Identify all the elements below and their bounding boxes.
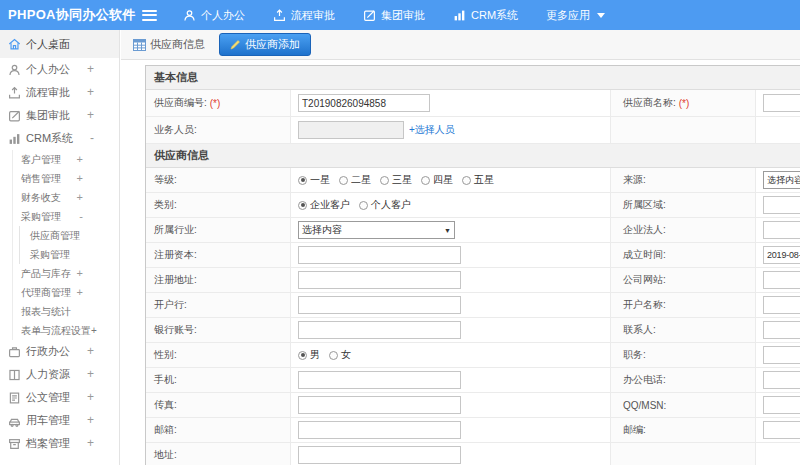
category-radio[interactable] bbox=[298, 201, 307, 210]
sidebar-item-vehicle-mgmt[interactable]: 用车管理+ bbox=[0, 409, 119, 432]
level-radio[interactable] bbox=[421, 176, 430, 185]
account-name-input[interactable] bbox=[763, 296, 800, 314]
briefcase-icon bbox=[8, 345, 21, 358]
email-input[interactable] bbox=[298, 421, 461, 439]
sidebar-item-finance[interactable]: 财务收支+ bbox=[13, 188, 119, 207]
radio-label: 五星 bbox=[474, 173, 494, 187]
form-row: 注册资本:成立时间: bbox=[146, 243, 800, 268]
radio-label: 一星 bbox=[310, 173, 330, 187]
field-label: 开户行: bbox=[154, 298, 187, 312]
sidebar-item-label: 档案管理 bbox=[26, 437, 70, 449]
mobile-input[interactable] bbox=[298, 371, 461, 389]
sidebar-item-personal-office[interactable]: 个人办公+ bbox=[0, 58, 119, 81]
field-label-cell-legal-person: 企业法人: bbox=[611, 218, 756, 242]
sidebar-item-sales-mgmt[interactable]: 销售管理+ bbox=[13, 169, 119, 188]
level-radio[interactable] bbox=[298, 176, 307, 185]
field-label-cell-account-name: 开户名称: bbox=[611, 293, 756, 317]
sidebar-item-hr[interactable]: 人力资源+ bbox=[0, 363, 119, 386]
caret-down-icon: ▼ bbox=[444, 227, 451, 234]
bank-account-input[interactable] bbox=[298, 321, 461, 339]
gender-radio[interactable] bbox=[298, 351, 307, 360]
industry-select[interactable]: 选择内容▼ bbox=[298, 221, 455, 239]
supplier-name-input[interactable] bbox=[763, 94, 800, 112]
field-label-cell-zip-code: 邮编: bbox=[611, 418, 756, 442]
gender-radio[interactable] bbox=[329, 351, 338, 360]
radio-label: 二星 bbox=[351, 173, 371, 187]
company-website-input[interactable] bbox=[763, 271, 800, 289]
field-cell-business-staff: +选择人员 bbox=[291, 117, 611, 143]
nav-item-more-apps[interactable]: 更多应用 bbox=[546, 8, 605, 23]
sidebar-item-agent-mgmt[interactable]: 代理商管理+ bbox=[13, 283, 119, 302]
submenu-crm: 客户管理+销售管理+财务收支+采购管理-供应商管理采购管理产品与库存+代理商管理… bbox=[12, 150, 119, 340]
zip-code-input[interactable] bbox=[763, 421, 800, 439]
registered-capital-input[interactable] bbox=[298, 246, 461, 264]
caret-down-icon bbox=[597, 13, 605, 18]
field-label-cell-gender: 性别: bbox=[146, 343, 291, 367]
nav-item-personal-office[interactable]: 个人办公 bbox=[183, 8, 245, 23]
source-select[interactable]: 选择内容▼ bbox=[763, 171, 800, 189]
supplier-code-input[interactable] bbox=[298, 94, 430, 112]
qq-msn-input[interactable] bbox=[763, 396, 800, 414]
nav-item-group-approval[interactable]: 集团审批 bbox=[363, 8, 425, 23]
nav-item-label: 个人办公 bbox=[201, 8, 245, 23]
tab-supplier-add[interactable]: 供应商添加 bbox=[219, 33, 311, 56]
business-staff-input[interactable] bbox=[298, 121, 404, 139]
radio-label: 男 bbox=[310, 348, 320, 362]
nav-item-crm[interactable]: CRM系统 bbox=[453, 8, 518, 23]
legal-person-input[interactable] bbox=[763, 221, 800, 239]
bank-input[interactable] bbox=[298, 296, 461, 314]
field-label-cell-company-website: 公司网站: bbox=[611, 268, 756, 292]
expand-indicator: + bbox=[87, 409, 94, 432]
sidebar-item-archive-mgmt[interactable]: 档案管理+ bbox=[0, 432, 119, 455]
sidebar-item-workflow-approval[interactable]: 流程审批+ bbox=[0, 81, 119, 104]
field-cell-supplier-name bbox=[756, 90, 800, 116]
position-input[interactable] bbox=[763, 346, 800, 364]
field-label-cell-email: 邮箱: bbox=[146, 418, 291, 442]
category-radio[interactable] bbox=[359, 201, 368, 210]
sidebar-item-admin-office[interactable]: 行政办公+ bbox=[0, 340, 119, 363]
sidebar-item-label: 表单与流程设置+ bbox=[21, 325, 97, 336]
sidebar-item-reports[interactable]: 报表与统计 bbox=[13, 302, 119, 321]
field-label: QQ/MSN: bbox=[623, 400, 666, 411]
field-label: 开户名称: bbox=[623, 298, 666, 312]
tab-supplier-info[interactable]: 供应商信息 bbox=[133, 37, 205, 52]
region-input[interactable] bbox=[763, 196, 800, 214]
sidebar-item-supplier-mgmt[interactable]: 供应商管理 bbox=[20, 226, 119, 245]
expand-indicator: + bbox=[77, 264, 83, 283]
sidebar-item-label: 用车管理 bbox=[26, 414, 70, 426]
sidebar-item-label: 集团审批 bbox=[26, 109, 70, 121]
nav-item-workflow-approval[interactable]: 流程审批 bbox=[273, 8, 335, 23]
sidebar-item-label: 销售管理 bbox=[21, 173, 61, 184]
archive-icon bbox=[8, 437, 21, 450]
sidebar-item-customer-mgmt[interactable]: 客户管理+ bbox=[13, 150, 119, 169]
pencil-icon bbox=[230, 39, 241, 50]
field-label: 所属行业: bbox=[154, 223, 197, 237]
select-staff-link[interactable]: +选择人员 bbox=[409, 123, 455, 137]
sidebar-item-purchase-mgmt[interactable]: 采购管理- bbox=[13, 207, 119, 226]
sidebar-item-form-workflow-settings[interactable]: 表单与流程设置+ bbox=[13, 321, 119, 340]
sidebar-item-doc-mgmt[interactable]: 公文管理+ bbox=[0, 386, 119, 409]
founding-date-input[interactable] bbox=[763, 246, 800, 264]
field-cell-registered-address bbox=[291, 268, 611, 292]
level-radio[interactable] bbox=[380, 176, 389, 185]
submenu-purchase-mgmt: 供应商管理采购管理 bbox=[19, 226, 119, 264]
contact-person-input[interactable] bbox=[763, 321, 800, 339]
sidebar-item-crm[interactable]: CRM系统- bbox=[0, 127, 119, 150]
field-cell-office-phone bbox=[756, 368, 800, 392]
field-cell-gender: 男女 bbox=[291, 343, 611, 367]
category-radio-group: 企业客户个人客户 bbox=[298, 198, 420, 212]
address-input[interactable] bbox=[298, 446, 461, 464]
expand-indicator: + bbox=[87, 340, 94, 363]
level-radio[interactable] bbox=[339, 176, 348, 185]
office-phone-input[interactable] bbox=[763, 371, 800, 389]
sidebar-item-group-approval[interactable]: 集团审批+ bbox=[0, 104, 119, 127]
fax-input[interactable] bbox=[298, 396, 461, 414]
hamburger-menu-icon[interactable] bbox=[142, 10, 157, 21]
expand-indicator: + bbox=[87, 58, 94, 81]
level-radio[interactable] bbox=[462, 176, 471, 185]
registered-address-input[interactable] bbox=[298, 271, 461, 289]
sidebar-item-label: 公文管理 bbox=[26, 391, 70, 403]
sidebar-item-product-inventory[interactable]: 产品与库存+ bbox=[13, 264, 119, 283]
sidebar-item-personal-desktop[interactable]: 个人桌面 bbox=[0, 30, 119, 58]
sidebar-item-purchasing[interactable]: 采购管理 bbox=[20, 245, 119, 264]
